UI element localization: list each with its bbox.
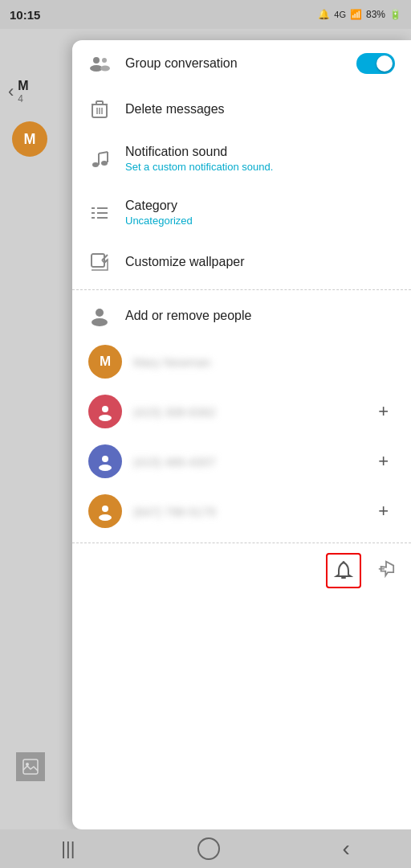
person-name: (415) 466-4307 xyxy=(133,455,360,469)
category-sublabel: Uncategorized xyxy=(125,215,395,227)
avatar xyxy=(88,444,122,478)
svg-point-33 xyxy=(99,514,112,521)
svg-point-2 xyxy=(93,57,100,63)
svg-line-14 xyxy=(99,152,108,154)
svg-point-12 xyxy=(92,162,99,167)
music-icon xyxy=(88,149,111,169)
back-nav[interactable]: ‹ M 4 xyxy=(0,68,72,116)
list-item[interactable]: (415) 466-4307 + xyxy=(72,436,411,486)
person-name: (415) 308-6362 xyxy=(133,405,360,419)
svg-point-5 xyxy=(100,66,110,72)
person-name: (647) 798-5179 xyxy=(133,505,360,518)
bg-thumbnail-icon xyxy=(16,752,45,781)
person-icon xyxy=(88,306,111,326)
signal-bars-icon: 📶 xyxy=(350,9,362,20)
category-label: Category xyxy=(125,199,395,213)
svg-point-30 xyxy=(102,456,108,462)
bg-avatar: M xyxy=(12,121,47,157)
group-conversation-item[interactable]: Group conversation xyxy=(72,40,411,87)
wallpaper-icon xyxy=(88,252,111,272)
list-icon xyxy=(88,205,111,221)
add-person-button[interactable]: + xyxy=(372,398,395,425)
network-icon: 4G xyxy=(334,10,346,19)
group-conversation-label: Group conversation xyxy=(125,56,342,71)
category-item[interactable]: Category Uncategorized xyxy=(72,186,411,240)
svg-point-3 xyxy=(102,58,107,63)
add-person-button[interactable]: + xyxy=(372,497,395,525)
avatar xyxy=(88,395,122,428)
battery-text: 83% xyxy=(366,9,385,20)
group-icon xyxy=(88,55,111,72)
category-text: Category Uncategorized xyxy=(125,199,395,227)
svg-rect-8 xyxy=(96,101,103,104)
status-bar: 10:15 🔔 4G 📶 83% 🔋 xyxy=(0,0,411,29)
back-subtitle: 4 xyxy=(18,93,28,104)
list-item[interactable]: M Mary Newman xyxy=(72,337,411,387)
avatar xyxy=(88,494,122,528)
add-remove-label: Add or remove people xyxy=(125,309,251,323)
svg-point-31 xyxy=(99,465,112,471)
back-title-block: M 4 xyxy=(18,79,28,104)
svg-point-16 xyxy=(101,161,108,166)
settings-panel: Group conversation Delete messages xyxy=(72,40,411,829)
avatar: M xyxy=(88,345,122,379)
list-item[interactable]: (415) 308-6362 + xyxy=(72,387,411,436)
battery-icon: 🔋 xyxy=(389,9,401,20)
svg-point-27 xyxy=(92,318,108,326)
back-button[interactable]: ‹ xyxy=(342,836,349,862)
bell-button-wrapper xyxy=(326,553,361,588)
group-conversation-text: Group conversation xyxy=(125,56,342,71)
customize-wallpaper-text: Customize wallpaper xyxy=(125,255,395,269)
delete-messages-text: Delete messages xyxy=(125,102,395,117)
trash-icon xyxy=(88,100,111,119)
svg-point-32 xyxy=(102,506,108,512)
status-icons: 🔔 4G 📶 83% 🔋 xyxy=(318,9,401,20)
customize-wallpaper-item[interactable]: Customize wallpaper xyxy=(72,240,411,285)
bottom-nav: ||| ‹ xyxy=(0,829,411,868)
panel-bottom-bar xyxy=(72,542,411,598)
svg-point-35 xyxy=(343,561,345,563)
divider-1 xyxy=(72,289,411,290)
pin-button[interactable] xyxy=(372,556,400,584)
recents-button[interactable]: ||| xyxy=(61,838,75,859)
alarm-icon: 🔔 xyxy=(318,9,330,20)
notification-sound-label: Notification sound xyxy=(125,145,395,159)
status-time: 10:15 xyxy=(10,8,40,22)
delete-messages-item[interactable]: Delete messages xyxy=(72,87,411,132)
group-conversation-toggle[interactable] xyxy=(356,53,395,74)
customize-wallpaper-label: Customize wallpaper xyxy=(125,255,395,269)
svg-point-26 xyxy=(96,309,104,317)
notification-sound-sublabel: Set a custom notification sound. xyxy=(125,161,395,173)
notification-sound-item[interactable]: Notification sound Set a custom notifica… xyxy=(72,132,411,186)
delete-messages-label: Delete messages xyxy=(125,102,395,117)
add-remove-people-header: Add or remove people xyxy=(72,295,411,337)
person-name: Mary Newman xyxy=(133,355,395,369)
back-title-text: M xyxy=(18,79,28,93)
svg-point-29 xyxy=(99,415,112,421)
svg-rect-0 xyxy=(23,760,38,774)
back-arrow-icon[interactable]: ‹ xyxy=(8,81,14,102)
svg-point-28 xyxy=(102,406,108,412)
home-button[interactable] xyxy=(197,837,220,860)
add-person-button[interactable]: + xyxy=(372,448,395,475)
list-item[interactable]: (647) 798-5179 + xyxy=(72,486,411,536)
notification-sound-text: Notification sound Set a custom notifica… xyxy=(125,145,395,173)
bell-button[interactable] xyxy=(326,553,361,588)
